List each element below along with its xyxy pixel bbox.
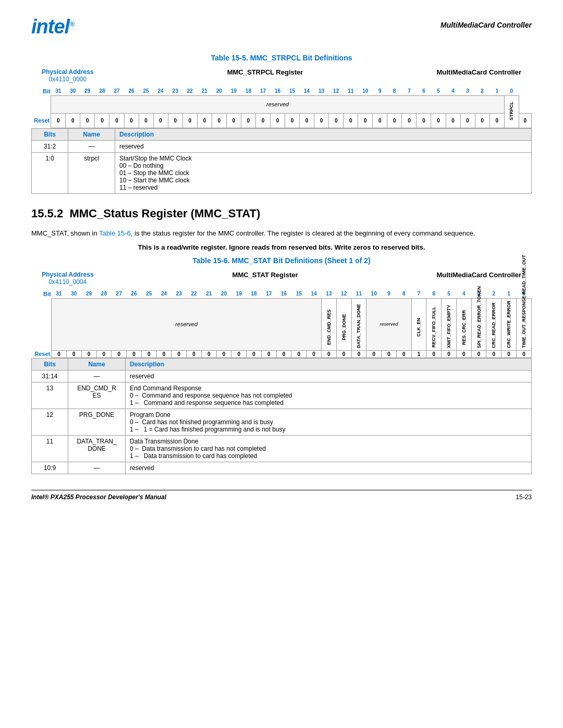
strpcl-row-0: 31:2 — reserved [32,140,532,152]
end-cmd-res-label: END_CMD_RES [326,306,332,348]
r30: 0 [66,113,80,128]
table-15-5-reg-name: MMC_STRPCL Register [227,68,303,76]
stat-row-4: 10:9 — reserved [32,462,532,474]
bit-17: 17 [255,87,270,95]
s-bit-19: 19 [231,290,247,298]
stat-col-desc: Description [126,358,532,370]
sr29: 0 [81,350,96,357]
bit-21: 21 [197,87,212,95]
stat-names-row: reserved END_CMD_RES PRG_DONE DATA_TRAN_… [31,298,532,350]
r1: 0 [489,113,504,128]
strpcl-reserved-cell: reserved [51,95,504,113]
s-bit-12: 12 [336,290,351,298]
sr30: 0 [66,350,81,357]
s-bit-16: 16 [276,290,291,298]
stat-recv-fifo: RECV_FIFO_FULL [426,298,442,350]
sr10: 0 [366,350,382,357]
sr19: 0 [231,350,247,357]
bit-10: 10 [358,87,373,95]
s-bit-8: 8 [396,290,411,298]
s-bit-18: 18 [247,290,262,298]
bit-label-1: Bit [31,87,51,95]
bit-number-header: Bit 31 30 29 28 27 26 25 24 23 22 21 20 … [31,87,532,95]
stat-bits-10-9: 10:9 [32,462,68,474]
r6: 0 [417,113,431,128]
sr4: 0 [456,350,471,357]
r19: 0 [226,113,241,128]
stat-name-end-cmd: END_CMD_RES [68,382,126,409]
recv-fifo-label: RECV_FIFO_FULL [431,306,436,348]
r26: 0 [124,113,139,128]
s-bit-22: 22 [187,290,202,298]
table-15-6-controller: MultiMediaCard Controller [436,271,521,279]
sr22: 0 [187,350,202,357]
sr13: 0 [322,350,337,357]
stat-def-header-row: Bits Name Description [32,358,532,370]
col-desc-1: Description [115,128,532,140]
r25: 0 [139,113,153,128]
res-crc-label: RES_CRC_ERR [461,306,467,348]
table-15-6-link[interactable]: Table 15-6 [99,229,131,237]
bit-3: 3 [460,87,475,95]
page-footer: Intel® PXA255 Processor Developer's Manu… [31,490,532,501]
spi-read-label: SPI_READ_ERROR_TOKEN [476,306,482,348]
stat-reserved-cell: reserved [52,298,322,350]
stat-bits-12: 12 [32,409,68,435]
bit-25: 25 [139,87,153,95]
stat-bit-number-header: Bit 31 30 29 28 27 26 25 24 23 22 21 20 … [31,290,532,298]
bit-6: 6 [417,87,431,95]
section-body-text: MMC_STAT, shown in Table 15-6, is the st… [31,228,532,239]
bold-notice: This is a read/write register. Ignore re… [31,243,532,251]
stat-desc-reserved-0: reserved [126,370,532,382]
section-15-5-2: 15.5.2 MMC_Status Register (MMC_STAT) MM… [31,207,532,252]
sr7: 1 [411,350,426,357]
table-15-5-header-row: Physical Address 0x4110_0000 MMC_STRPCL … [31,68,532,83]
bit-28: 28 [95,87,109,95]
reset-label-1: Reset [31,113,51,128]
bit-26: 26 [124,87,139,95]
section-title: MMC_Status Register (MMC_STAT) [69,207,260,220]
table-15-5-container: Table 15-5. MMC_STRPCL Bit Definitions P… [31,54,532,194]
bit-8: 8 [387,87,402,95]
footer-right-text: 15-23 [516,493,532,501]
desc-reserved-1: reserved [115,140,532,152]
stat-clk-en: CLK_EN [411,298,426,350]
stat-reset-row: Reset 0 0 0 0 0 0 0 0 0 0 0 0 0 0 0 0 0 … [31,350,532,357]
stat-bits-13: 13 [32,382,68,409]
s-bit-1: 1 [501,290,517,298]
r27: 0 [109,113,124,128]
bit-5: 5 [431,87,446,95]
section-15-5-2-title: 15.5.2 MMC_Status Register (MMC_STAT) [31,207,532,220]
table-15-6-phys-addr: Physical Address 0x4110_0004 [42,271,94,286]
stat-row-1: 13 END_CMD_RES End Command Response 0 – … [32,382,532,409]
crc-read-label: CRC_READ_ERROR [491,306,496,348]
time-out-label: TIME_OUT_RESPONSE READ_TIME_OUT [521,301,527,348]
r10: 0 [358,113,373,128]
s-bit-5: 5 [442,290,457,298]
stat-bit-table: Bit 31 30 29 28 27 26 25 24 23 22 21 20 … [31,290,532,358]
bit-30: 30 [66,87,80,95]
bit-31: 31 [51,87,66,95]
sr2: 0 [486,350,501,357]
s-bit-4: 4 [456,290,471,298]
bit-4: 4 [446,87,460,95]
stat-res-crc: RES_CRC_ERR [456,298,471,350]
stat-def-table: Bits Name Description 31:14 — reserved 1… [31,358,532,474]
sr5: 0 [442,350,457,357]
bit-20: 20 [212,87,226,95]
r18: 0 [241,113,255,128]
sr17: 0 [261,350,276,357]
r31: 0 [51,113,66,128]
bit-1: 1 [489,87,504,95]
r22: 0 [182,113,197,128]
sr21: 0 [201,350,216,357]
bit-18: 18 [241,87,255,95]
xmit-fifo-label: XMIT_FIFO_EMPTY [446,306,451,348]
strpcl-reserved-row: reserved STRPCL [31,95,532,113]
table-15-6-title: Table 15-6. MMC_STAT Bit Definitions (Sh… [31,256,532,265]
sr3: 0 [471,350,486,357]
stat-row-0: 31:14 — reserved [32,370,532,382]
r9: 0 [373,113,387,128]
sr27: 0 [112,350,127,357]
table-15-5-phys-addr: Physical Address 0x4110_0000 [42,68,94,83]
